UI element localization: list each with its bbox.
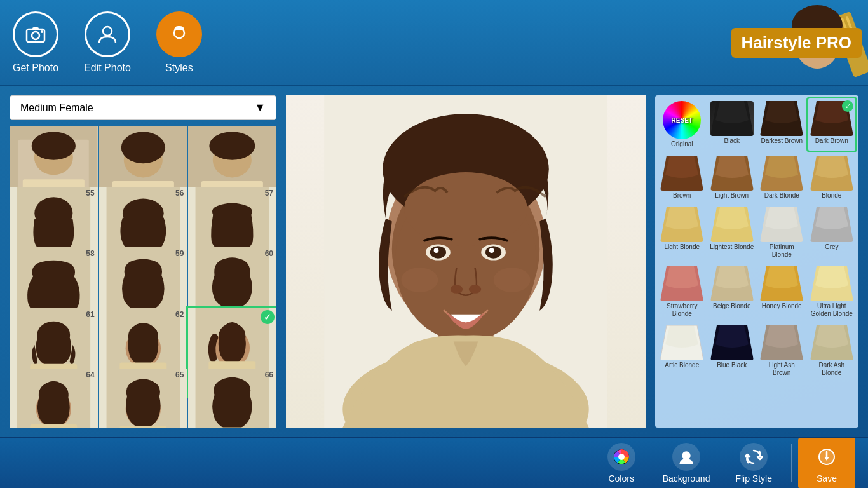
- color-swatch-honey-blonde[interactable]: Honey Blonde: [758, 264, 806, 320]
- color-swatch-darkest-brown[interactable]: Darkest Brown: [758, 98, 806, 151]
- color-swatch-brown[interactable]: Brown: [658, 153, 706, 202]
- colors-action[interactable]: Colors: [593, 438, 650, 489]
- preview-panel: [286, 95, 646, 428]
- style-thumb-66[interactable]: 66: [188, 369, 276, 428]
- color-swatch-blonde[interactable]: Blonde: [808, 153, 856, 202]
- get-photo-label: Get Photo: [13, 62, 58, 74]
- svg-point-75: [430, 246, 446, 258]
- swatch-img-platinum-blonde: [760, 207, 803, 242]
- swatch-label-light-blonde: Light Blonde: [664, 243, 700, 251]
- dropdown-value: Medium Female: [20, 102, 93, 114]
- swatch-img-darkest-brown: [760, 101, 803, 136]
- nav-styles[interactable]: Styles: [156, 11, 202, 74]
- style-num-55: 55: [86, 189, 94, 198]
- flip-style-action[interactable]: Flip Style: [722, 438, 785, 489]
- person-icon: [85, 11, 130, 57]
- swatch-img-blue-black: [710, 325, 754, 360]
- svg-point-4: [103, 27, 112, 36]
- header-nav: Get Photo Edit Photo Styles: [13, 11, 202, 74]
- bottom-divider: [791, 444, 792, 482]
- swatch-img-ultra-light-golden: [810, 266, 853, 301]
- color-swatch-platinum-blonde[interactable]: Platinum Blonde: [758, 205, 806, 261]
- app-title: Hairstyle PRO: [731, 28, 862, 58]
- swatch-img-brown: [660, 156, 703, 191]
- swatch-label-darkest-brown: Darkest Brown: [761, 137, 803, 145]
- swatch-img-dark-ash-blonde: [810, 325, 853, 360]
- svg-rect-61: [119, 426, 166, 428]
- swatch-img-dark-blonde: [760, 156, 803, 191]
- style-num-64: 64: [86, 370, 94, 379]
- styles-label: Styles: [165, 62, 193, 74]
- style-num-62: 62: [175, 310, 184, 319]
- swatch-label-dark-brown: Dark Brown: [815, 137, 848, 145]
- swatch-img-black: [710, 101, 754, 136]
- svg-point-85: [618, 454, 625, 460]
- reset-text: RESET: [672, 117, 693, 124]
- swatch-label-dark-ash-blonde: Dark Ash Blonde: [810, 362, 855, 377]
- swatch-label-black: Black: [724, 137, 740, 145]
- svg-point-86: [682, 452, 690, 459]
- color-swatch-ultra-light-golden[interactable]: Ultra Light Golden Blonde: [808, 264, 856, 320]
- background-label: Background: [663, 473, 710, 484]
- color-swatch-dark-brown[interactable]: ✓ Dark Brown: [808, 98, 856, 151]
- style-num-60: 60: [265, 249, 273, 258]
- color-swatch-black[interactable]: Black: [709, 98, 756, 151]
- color-swatch-beige-blonde[interactable]: Beige Blonde: [709, 264, 756, 320]
- colors-label: Colors: [608, 473, 634, 484]
- style-num-61: 61: [86, 310, 94, 319]
- style-num-65: 65: [175, 370, 184, 379]
- swatch-label-strawberry-blonde: Strawberry Blonde: [660, 302, 705, 318]
- swatch-img-beige-blonde: [710, 266, 754, 301]
- swatch-img-grey: [810, 207, 853, 242]
- style-num-58: 58: [86, 249, 94, 258]
- swatch-img-lightest-blonde: [710, 207, 754, 242]
- swatch-img-honey-blonde: [760, 266, 803, 301]
- svg-point-77: [434, 248, 439, 253]
- swatch-label-beige-blonde: Beige Blonde: [713, 302, 751, 310]
- category-dropdown[interactable]: Medium Female ▼: [10, 95, 276, 120]
- color-swatch-lightest-blonde[interactable]: Lightest Blonde: [709, 205, 756, 261]
- swatch-img-light-brown: [710, 156, 754, 191]
- color-swatch-light-ash-brown[interactable]: Light Ash Brown: [758, 323, 806, 379]
- swatch-label-lightest-blonde: Lightest Blonde: [710, 243, 754, 251]
- chevron-down-icon: ▼: [254, 101, 266, 114]
- style-num-66: 66: [265, 370, 273, 379]
- main-content: Medium Female ▼: [0, 86, 868, 437]
- bottom-bar: Colors Background Flip Style: [0, 437, 868, 488]
- color-swatch-dark-ash-blonde[interactable]: Dark Ash Blonde: [808, 323, 856, 379]
- color-swatch-light-brown[interactable]: Light Brown: [709, 153, 756, 202]
- styles-grid: 55 56 57: [10, 126, 276, 428]
- color-swatch-dark-blonde[interactable]: Dark Blonde: [758, 153, 806, 202]
- svg-rect-58: [30, 424, 77, 428]
- svg-point-78: [489, 248, 494, 253]
- swatch-label-honey-blonde: Honey Blonde: [762, 302, 802, 310]
- style-num-59: 59: [175, 249, 184, 258]
- styles-panel: Medium Female ▼: [10, 95, 276, 428]
- save-label: Save: [817, 473, 837, 484]
- colors-icon: [607, 443, 635, 471]
- nav-get-photo[interactable]: Get Photo: [13, 11, 58, 74]
- color-swatch-light-blonde[interactable]: Light Blonde: [658, 205, 706, 261]
- flip-style-label: Flip Style: [735, 473, 772, 484]
- svg-point-81: [401, 268, 438, 292]
- svg-point-3: [41, 30, 43, 33]
- color-swatch-reset[interactable]: RESET Original: [658, 98, 706, 151]
- color-swatch-blue-black[interactable]: Blue Black: [709, 323, 756, 379]
- background-action[interactable]: Background: [650, 438, 723, 489]
- save-action[interactable]: Save: [798, 438, 855, 489]
- svg-point-17: [32, 132, 76, 159]
- nav-edit-photo[interactable]: Edit Photo: [84, 11, 131, 74]
- style-thumb-65[interactable]: 65: [99, 369, 187, 428]
- swatch-img-artic-blonde: [660, 325, 703, 360]
- color-swatch-strawberry-blonde[interactable]: Strawberry Blonde: [658, 264, 706, 320]
- color-swatch-grey[interactable]: Grey: [808, 205, 856, 261]
- svg-rect-64: [209, 427, 256, 428]
- swatch-label-dark-blonde: Dark Blonde: [764, 192, 799, 200]
- style-thumb-64[interactable]: 64: [10, 369, 98, 428]
- swatch-img-light-blonde: [660, 207, 703, 242]
- swatch-img-strawberry-blonde: [660, 266, 703, 301]
- header: Get Photo Edit Photo Styles Hai: [0, 0, 868, 86]
- color-swatch-artic-blonde[interactable]: Artic Blonde: [658, 323, 706, 379]
- svg-point-76: [485, 246, 501, 258]
- swatch-check-dark-brown: ✓: [842, 100, 853, 112]
